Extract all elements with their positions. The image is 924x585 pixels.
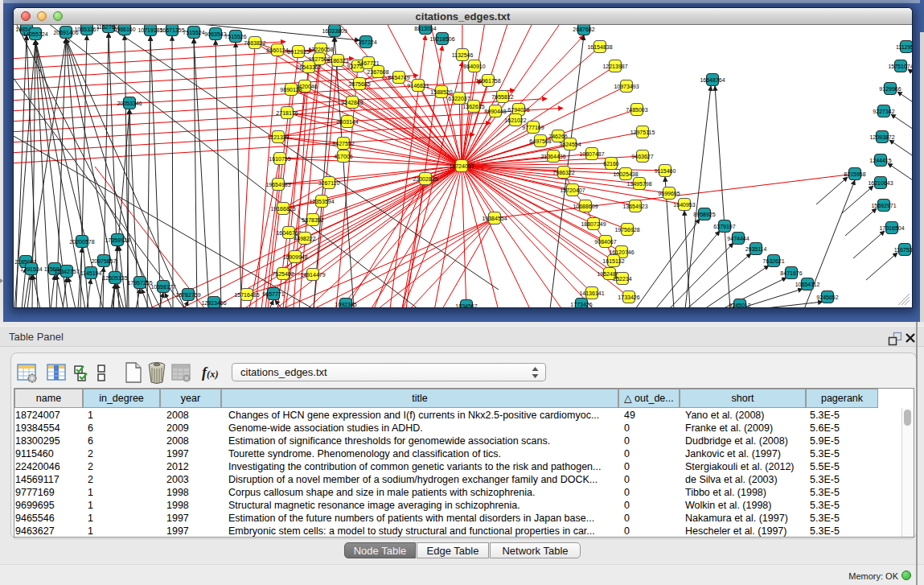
svg-text:16046768: 16046768 [276, 230, 301, 236]
svg-text:9890138: 9890138 [280, 87, 302, 93]
svg-text:7632621: 7632621 [762, 258, 784, 264]
svg-text:4498222: 4498222 [294, 236, 315, 241]
svg-text:7515526: 7515526 [224, 34, 246, 39]
svg-text:1391534: 1391534 [20, 266, 42, 272]
svg-text:14055724: 14055724 [23, 31, 47, 37]
svg-text:6379197: 6379197 [713, 224, 735, 229]
svg-text:9227342: 9227342 [873, 109, 894, 114]
svg-text:1132546: 1132546 [452, 52, 474, 58]
svg-text:9063543: 9063543 [204, 31, 226, 37]
svg-text:15692971: 15692971 [871, 203, 896, 208]
svg-text:9245012: 9245012 [729, 303, 750, 308]
svg-text:7625402: 7625402 [272, 271, 294, 277]
svg-text:14136141: 14136141 [579, 290, 604, 296]
svg-text:13226058: 13226058 [308, 47, 333, 52]
svg-text:9115460: 9115460 [655, 168, 676, 174]
svg-text:1834567: 1834567 [455, 303, 477, 308]
svg-text:15751074: 15751074 [888, 64, 912, 69]
svg-text:12353594: 12353594 [309, 199, 334, 204]
svg-text:7986322: 7986322 [552, 170, 574, 175]
svg-text:1362615: 1362615 [462, 104, 484, 109]
svg-text:16033809: 16033809 [322, 28, 347, 34]
svg-text:12342757: 12342757 [54, 269, 79, 274]
svg-text:20053346: 20053346 [117, 101, 142, 106]
svg-text:3267110: 3267110 [318, 180, 340, 186]
svg-text:7515524: 7515524 [183, 30, 204, 35]
svg-text:1773426: 1773426 [570, 302, 592, 307]
svg-text:8660124: 8660124 [266, 47, 288, 53]
svg-text:252214: 252214 [613, 276, 631, 282]
svg-text:20975857: 20975857 [91, 258, 116, 264]
svg-text:16210643: 16210643 [868, 180, 893, 186]
svg-text:1640953: 1640953 [673, 202, 695, 208]
svg-text:9657771: 9657771 [262, 291, 284, 297]
svg-text:12213987: 12213987 [602, 64, 627, 69]
svg-text:7357224: 7357224 [355, 39, 376, 45]
svg-text:9777169: 9777169 [522, 125, 544, 130]
svg-text:9129966: 9129966 [879, 86, 901, 92]
svg-text:3875685: 3875685 [348, 81, 370, 87]
svg-text:2718176: 2718176 [276, 110, 298, 116]
svg-text:8215958: 8215958 [844, 171, 865, 177]
svg-text:1244415: 1244415 [869, 158, 891, 163]
svg-text:2367608: 2367608 [367, 69, 388, 75]
svg-text:9146821: 9146821 [407, 83, 429, 89]
svg-text:8186323: 8186323 [326, 58, 348, 64]
svg-text:9242848: 9242848 [341, 100, 363, 105]
svg-text:7955812: 7955812 [491, 94, 513, 100]
svg-text:1145194: 1145194 [80, 270, 102, 276]
svg-text:8958925: 8958925 [693, 212, 715, 217]
svg-text:12093872: 12093872 [869, 134, 894, 140]
svg-text:16671355: 16671355 [159, 27, 184, 33]
svg-text:62160: 62160 [603, 161, 619, 167]
svg-text:18807249: 18807249 [581, 221, 606, 227]
svg-text:6794028: 6794028 [507, 107, 529, 113]
svg-text:7663822: 7663822 [244, 40, 265, 46]
svg-text:16648764: 16648764 [700, 77, 725, 83]
svg-text:5878352: 5878352 [302, 217, 323, 223]
svg-text:17359928: 17359928 [105, 237, 129, 243]
svg-text:12975115: 12975115 [630, 130, 655, 135]
svg-text:17957255: 17957255 [127, 280, 152, 286]
svg-text:8640910: 8640910 [463, 64, 485, 69]
svg-text:417006: 417006 [334, 154, 352, 159]
svg-text:7485003: 7485003 [626, 107, 647, 113]
svg-text:20200578: 20200578 [69, 239, 94, 245]
svg-text:19384554: 19384554 [482, 216, 507, 221]
svg-text:10807487: 10807487 [579, 151, 604, 157]
svg-text:10025438: 10025438 [613, 171, 638, 177]
svg-text:16782759: 16782759 [175, 292, 200, 298]
svg-text:8427552: 8427552 [332, 141, 354, 146]
svg-text:16909948: 16909948 [282, 254, 307, 260]
svg-text:1112954: 1112954 [896, 44, 912, 50]
svg-text:16543362: 16543362 [296, 64, 321, 70]
svg-text:8471676: 8471676 [780, 270, 802, 276]
svg-text:5467721: 5467721 [357, 60, 379, 66]
svg-text:19218506: 19218506 [429, 36, 454, 42]
svg-text:23002835: 23002835 [413, 176, 437, 182]
svg-text:10688609: 10688609 [573, 204, 598, 209]
svg-text:19654983: 19654983 [265, 182, 290, 187]
svg-text:1588520: 1588520 [430, 89, 452, 95]
svg-text:9245652: 9245652 [816, 295, 838, 300]
svg-text:6322037: 6322037 [448, 96, 470, 101]
svg-text:17016504: 17016504 [879, 225, 904, 231]
svg-text:16120746: 16120746 [609, 249, 634, 255]
svg-text:10654112: 10654112 [795, 282, 820, 287]
svg-text:8813054: 8813054 [414, 26, 436, 31]
svg-text:2803144: 2803144 [336, 119, 358, 125]
svg-text:8990448: 8990448 [484, 109, 506, 114]
svg-text:6497568: 6497568 [529, 138, 551, 144]
svg-text:12505135: 12505135 [102, 275, 127, 281]
svg-text:16154838: 16154838 [587, 44, 612, 50]
svg-text:1733426: 1733426 [618, 295, 639, 300]
svg-text:746266: 746266 [548, 134, 567, 139]
svg-text:9699695: 9699695 [658, 191, 680, 196]
svg-text:21364436: 21364436 [540, 154, 565, 159]
svg-text:1167534: 1167534 [894, 247, 912, 253]
svg-text:15716485: 15716485 [234, 292, 259, 298]
svg-text:19166825: 19166825 [270, 206, 295, 212]
svg-text:8454749: 8454749 [388, 75, 409, 80]
svg-text:9463627: 9463627 [631, 154, 653, 159]
svg-text:6966160: 6966160 [113, 27, 135, 32]
